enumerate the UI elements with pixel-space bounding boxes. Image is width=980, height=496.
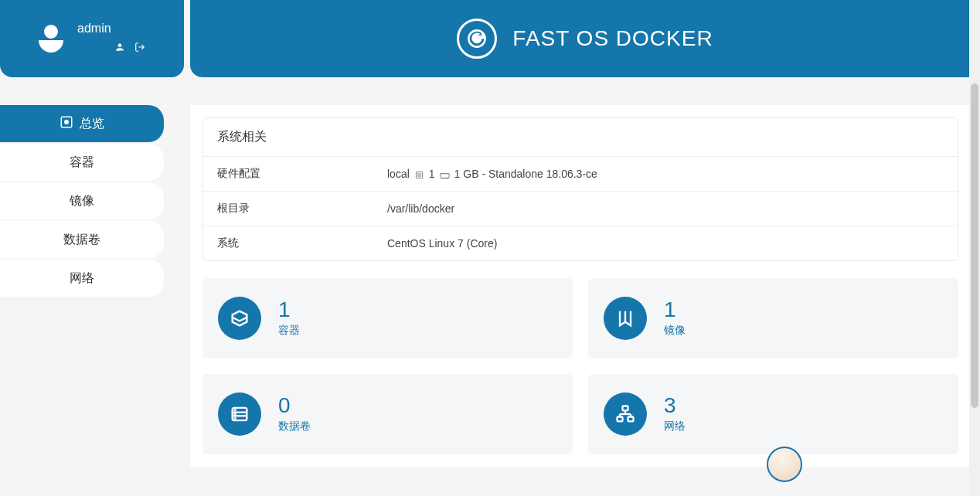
svg-point-13 [235, 409, 236, 410]
scrollbar[interactable] [969, 0, 980, 496]
card-count: 3 [664, 395, 686, 416]
logout-icon[interactable] [134, 42, 145, 56]
sidebar: 总览 容器 镜像 数据卷 网络 [0, 105, 168, 467]
info-label: 系统 [217, 236, 387, 250]
info-label: 硬件配置 [217, 167, 387, 181]
card-count: 1 [278, 299, 300, 321]
floating-assistant-avatar[interactable] [767, 447, 802, 482]
memory-icon [440, 170, 450, 178]
card-images[interactable]: 1 镜像 [588, 278, 958, 358]
info-row-hardware: 硬件配置 local 1 1 GB - Standalone 18.06.3-c… [203, 157, 958, 192]
card-containers[interactable]: 1 容器 [202, 278, 573, 358]
card-label: 容器 [278, 324, 300, 338]
card-count: 0 [278, 395, 311, 416]
nav-label: 容器 [70, 155, 94, 171]
info-value: /var/lib/docker [387, 202, 944, 216]
brand-panel: FAST OS DOCKER [190, 0, 980, 77]
user-name: admin [77, 22, 168, 36]
svg-rect-3 [418, 173, 420, 175]
user-panel: admin [0, 0, 184, 77]
card-label: 数据卷 [278, 420, 311, 433]
container-icon [218, 297, 261, 340]
nav-label: 数据卷 [63, 232, 100, 248]
avatar [39, 25, 63, 53]
info-row-os: 系统 CentOS Linux 7 (Core) [203, 226, 958, 260]
brand-logo-icon [457, 19, 497, 59]
overview-icon [60, 115, 73, 132]
svg-point-14 [235, 413, 236, 414]
volume-icon [218, 392, 261, 436]
svg-point-15 [235, 418, 236, 419]
nav-images[interactable]: 镜像 [0, 182, 164, 219]
info-value-hardware: local 1 1 GB - Standalone 18.06.3-ce [387, 167, 944, 181]
info-row-rootdir: 根目录 /var/lib/docker [203, 192, 958, 226]
svg-rect-18 [628, 417, 634, 422]
card-count: 1 [664, 299, 686, 321]
image-icon [604, 297, 647, 340]
hardware-cpu-count: 1 [429, 168, 435, 180]
info-label: 根目录 [217, 202, 387, 216]
card-label: 网络 [664, 420, 686, 433]
nav-volumes[interactable]: 数据卷 [0, 221, 164, 258]
nav-label: 总览 [80, 116, 104, 132]
svg-rect-17 [618, 417, 623, 422]
system-info-panel: 系统相关 硬件配置 local 1 1 GB - Standalone 18.0… [202, 117, 958, 261]
card-volumes[interactable]: 0 数据卷 [202, 374, 573, 454]
network-icon [604, 392, 647, 436]
nav-overview[interactable]: 总览 [0, 105, 164, 142]
svg-rect-16 [623, 406, 628, 411]
nav-label: 网络 [70, 270, 94, 287]
nav-networks[interactable]: 网络 [0, 260, 164, 297]
svg-rect-2 [416, 172, 422, 178]
brand-title: FAST OS DOCKER [512, 26, 713, 51]
hardware-mem: 1 GB - Standalone 18.06.3-ce [454, 168, 597, 180]
user-edit-icon[interactable] [114, 42, 125, 56]
svg-rect-4 [440, 173, 448, 178]
scrollbar-thumb[interactable] [971, 83, 978, 408]
nav-containers[interactable]: 容器 [0, 144, 164, 181]
info-value: CentOS Linux 7 (Core) [387, 236, 944, 250]
card-label: 镜像 [664, 324, 686, 338]
card-networks[interactable]: 3 网络 [588, 374, 958, 454]
panel-title: 系统相关 [203, 118, 958, 157]
content-area: 系统相关 硬件配置 local 1 1 GB - Standalone 18.0… [190, 105, 971, 467]
cpu-icon [414, 170, 424, 178]
hardware-host: local [387, 168, 410, 180]
nav-label: 镜像 [70, 193, 94, 209]
svg-point-1 [65, 121, 69, 124]
